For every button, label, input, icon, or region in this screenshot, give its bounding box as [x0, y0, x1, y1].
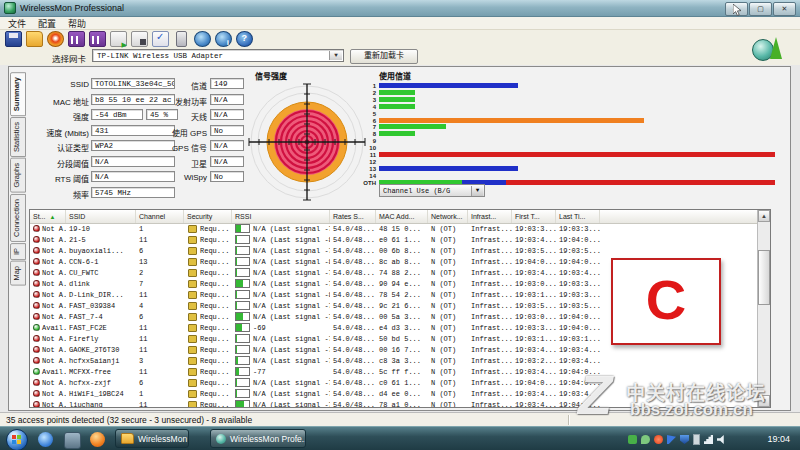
cell-mac: 50 bd 5... — [376, 335, 428, 343]
volume-icon[interactable] — [717, 435, 726, 444]
table-row[interactable]: Not A...buyaoxiali...6Requ...N/A (Last s… — [30, 245, 758, 256]
reload-card-button[interactable]: 重新加载卡 — [350, 49, 418, 64]
chevron-down-icon[interactable]: ▼ — [329, 51, 342, 60]
cell-security: Requ... — [184, 335, 232, 343]
battery-icon[interactable] — [176, 31, 187, 47]
signal-icon[interactable] — [704, 435, 713, 444]
cell-first: 19:03:4... — [512, 390, 556, 398]
cell-rates: 54.0/48... — [330, 390, 376, 398]
cell-channel: 6 — [136, 313, 184, 321]
chevron-down-icon[interactable]: ▼ — [471, 186, 483, 196]
vertical-scrollbar[interactable]: ▲ ▼ — [757, 210, 770, 407]
rssi-bar-icon — [235, 279, 250, 288]
status-text: 35 access points detected (32 secure - 3… — [6, 415, 252, 425]
battery-icon[interactable] — [693, 434, 700, 445]
start-button[interactable] — [6, 429, 28, 450]
cell-channel: 6 — [136, 379, 184, 387]
tab-summary[interactable]: Summary — [10, 72, 26, 116]
network-icon[interactable] — [628, 435, 637, 444]
taskbar-clock[interactable]: 19:04 — [767, 427, 790, 450]
column-header-security[interactable]: Security — [184, 210, 232, 223]
taskbar-button-label: WirelessMon — [138, 434, 187, 444]
status-divider — [568, 415, 569, 425]
menu-item-配置[interactable]: 配置 — [38, 17, 56, 30]
cell-rates: 54.0/48... — [330, 368, 376, 376]
cell-rates: 54.0/48... — [330, 346, 376, 354]
column-header-ssid[interactable]: SSID — [66, 210, 136, 223]
taskbar-button[interactable]: WirelessMon Profe... — [210, 429, 306, 448]
pinyin-icon[interactable] — [667, 435, 676, 444]
chart-purple-1-icon[interactable] — [68, 31, 85, 47]
channel-row: 1 — [363, 83, 775, 89]
globe-info-icon[interactable] — [215, 31, 232, 47]
table-row[interactable]: Not A...liuchang11Requ...N/A (Last signa… — [30, 399, 758, 408]
scroll-up-icon[interactable]: ▲ — [758, 210, 770, 222]
column-header-channel[interactable]: Channel — [136, 210, 184, 223]
cell-security: Requ... — [184, 357, 232, 365]
cell-infra: Infrast... — [468, 346, 512, 354]
channel-bar-segment — [379, 152, 775, 157]
column-header-first[interactable]: First T... — [512, 210, 556, 223]
firefox-icon[interactable] — [90, 432, 105, 447]
save-icon[interactable] — [5, 31, 22, 47]
channel-row: 6 — [363, 118, 775, 124]
record-icon[interactable] — [47, 31, 64, 47]
maximize-button[interactable]: ▢ — [749, 2, 772, 16]
minimize-button[interactable]: — — [725, 2, 748, 16]
cell-rates: 54.0/48... — [330, 313, 376, 321]
table-row[interactable]: Not A...19-101Requ...N/A (Last signal -7… — [30, 223, 758, 234]
export-report-icon[interactable] — [110, 31, 127, 47]
chat-icon[interactable] — [641, 435, 650, 444]
column-header-rssi[interactable]: RSSI — [232, 210, 330, 223]
tab-ip[interactable]: IP — [10, 243, 26, 260]
chart-purple-2-icon[interactable] — [89, 31, 106, 47]
shield-icon[interactable] — [680, 435, 689, 444]
close-button[interactable]: ✕ — [773, 2, 796, 16]
tab-connection[interactable]: Connection — [10, 194, 26, 242]
channel-label: 4 — [363, 104, 376, 110]
table-row[interactable]: Not A...HiWiFi_19BC241Requ...N/A (Last s… — [30, 388, 758, 399]
security-icon[interactable] — [654, 435, 663, 444]
cell-mac: 00 6b 8... — [376, 247, 428, 255]
column-header-status[interactable]: St...▲ — [30, 210, 66, 223]
cell-ssid: GAOKE_2T6T30 — [66, 346, 136, 354]
cell-network: N (OT) — [428, 291, 468, 299]
open-icon[interactable] — [26, 31, 43, 47]
column-header-mac[interactable]: MAC Add... — [376, 210, 428, 223]
title-bar[interactable]: WirelessMon Professional — ▢ ✕ — [0, 0, 800, 17]
menu-item-文件[interactable]: 文件 — [8, 17, 26, 30]
cell-channel: 11 — [136, 236, 184, 244]
taskbar-button[interactable]: WirelessMon — [115, 429, 189, 448]
column-header-last[interactable]: Last Ti... — [556, 210, 600, 223]
cell-mac: 9c 21 6... — [376, 302, 428, 310]
security-text: Requ... — [200, 236, 229, 244]
column-header-infra[interactable]: Infrast... — [468, 210, 512, 223]
cell-first: 19:03:5... — [512, 302, 556, 310]
tab-map[interactable]: Map — [10, 261, 26, 286]
cell-rssi: N/A (Last signal -76) — [232, 389, 330, 398]
table-row[interactable]: Not A...GAOKE_2T6T3011Requ...N/A (Last s… — [30, 344, 758, 355]
scroll-down-icon[interactable]: ▼ — [758, 395, 770, 407]
table-row[interactable]: Not A...hcfxx-zxjf6Requ...N/A (Last sign… — [30, 377, 758, 388]
table-row[interactable]: Avail...MCFXX-free11Requ...-7754.0/48...… — [30, 366, 758, 377]
menu-item-帮助[interactable]: 帮助 — [68, 17, 86, 30]
cell-mac: e4 d3 3... — [376, 324, 428, 332]
verify-icon[interactable] — [152, 31, 169, 47]
cell-security: Requ... — [184, 258, 232, 266]
help-icon[interactable] — [236, 31, 253, 47]
adapter-select[interactable]: TP-LINK Wireless USB Adapter ▼ — [92, 49, 344, 62]
explorer-window-icon[interactable] — [64, 432, 81, 449]
cell-ssid: hcfxx5aianji — [66, 357, 136, 365]
scrollbar-thumb[interactable] — [758, 250, 770, 305]
internet-explorer-icon[interactable] — [38, 432, 53, 447]
globe-icon[interactable] — [194, 31, 211, 47]
column-header-network[interactable]: Network... — [428, 210, 468, 223]
report-icon[interactable] — [131, 31, 148, 47]
cell-rssi: N/A (Last signal -72) — [232, 279, 330, 288]
cell-ssid: hcfxx-zxjf — [66, 379, 136, 387]
cell-last: 19:03:4... — [556, 390, 600, 398]
table-row[interactable]: Not A...21-511Requ...N/A (Last signal -8… — [30, 234, 758, 245]
column-header-rates[interactable]: Rates S... — [330, 210, 376, 223]
channel-use-dropdown[interactable]: Channel Use (B/G ▼ — [379, 184, 485, 197]
table-row[interactable]: Not A...hcfxx5aianji3Requ...N/A (Last si… — [30, 355, 758, 366]
